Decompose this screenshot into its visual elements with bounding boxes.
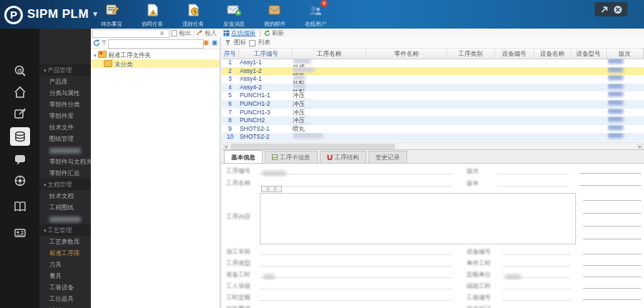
- sidebar-item-drawings[interactable]: 图纸管理: [39, 133, 91, 144]
- tree-refresh-icon[interactable]: [93, 39, 100, 46]
- support-icon[interactable]: [10, 172, 30, 190]
- tab-process-card[interactable]: 工序卡信息: [265, 151, 318, 163]
- chat-icon[interactable]: [10, 150, 30, 169]
- view-list-label[interactable]: 列表: [258, 39, 270, 47]
- checkout-button[interactable]: 检出: [171, 29, 191, 37]
- toolbar-online-users-button[interactable]: 9 在线用户: [297, 3, 334, 27]
- checkin-button[interactable]: 检入: [197, 29, 217, 37]
- sidebar-group-process[interactable]: 工艺管理: [39, 224, 91, 236]
- sidebar-item-redacted-2[interactable]: [39, 213, 91, 224]
- pointer-icon[interactable]: [600, 5, 609, 14]
- sidebar-item-product-library[interactable]: 产品库: [39, 76, 91, 87]
- sidebar-group-product[interactable]: 产品管理: [39, 64, 91, 76]
- database-icon[interactable]: [10, 127, 30, 146]
- table-row[interactable]: 3Assy4-1 装配: [222, 75, 644, 84]
- sidebar-item-part-doc-link[interactable]: 零部件与文档关联: [39, 156, 91, 167]
- tree-caret-icon[interactable]: ▾: [94, 53, 97, 58]
- refresh-button[interactable]: 刷新: [264, 29, 284, 37]
- quick-search-input[interactable]: [92, 29, 170, 38]
- prep-time-field[interactable]: [259, 269, 452, 278]
- col-header-device-model[interactable]: 设备型号: [571, 49, 607, 59]
- sidebar-item-tech-files[interactable]: 技术文件: [39, 121, 91, 133]
- sidebar-item-process-params[interactable]: 工艺参数库: [39, 236, 91, 247]
- version-field[interactable]: [497, 177, 569, 187]
- online-edit-button[interactable]: 在线编辑: [223, 29, 255, 37]
- tab-basic-info[interactable]: 基本信息: [224, 150, 263, 163]
- sidebar-item-part-category[interactable]: 零部件分类: [39, 99, 91, 110]
- toolbar-process-task-button[interactable]: 流程任务: [175, 3, 212, 27]
- library-icon[interactable]: [10, 197, 30, 216]
- sidebar-item-part-library[interactable]: 零部件库: [39, 110, 91, 121]
- sidebar-item-standard-process-library[interactable]: 标准工序库: [39, 247, 91, 259]
- col-header-category[interactable]: 工序类别: [447, 49, 495, 59]
- home-icon[interactable]: [10, 83, 30, 101]
- table-row[interactable]: 7PUNCH1-3 冲压: [222, 109, 644, 117]
- col-header-code[interactable]: 工序编号: [239, 49, 293, 59]
- process-name-field[interactable]: [259, 177, 452, 187]
- table-row[interactable]: 4Assy4-2 装配: [222, 84, 644, 92]
- worker-grade-field[interactable]: [259, 280, 452, 289]
- editor-bold-icon[interactable]: [261, 186, 268, 192]
- toolbar-mailbox-button[interactable]: 我的邮件: [256, 3, 293, 27]
- sidebar-item-tech-docs[interactable]: 技术文档: [39, 190, 91, 202]
- editor-italic-icon[interactable]: [268, 186, 275, 192]
- close-icon[interactable]: [613, 5, 623, 14]
- message-search-icon[interactable]: @: [10, 61, 30, 80]
- scrollbar-thumb[interactable]: [230, 144, 395, 149]
- sidebar-item-gauges[interactable]: 量具: [39, 270, 91, 282]
- search-match-icon[interactable]: ≋: [160, 30, 165, 36]
- scroll-right-arrow[interactable]: ▸: [637, 144, 643, 149]
- expand-all-icon[interactable]: [203, 39, 210, 46]
- table-row-selected[interactable]: 2Assy1-2 组装: [222, 67, 644, 76]
- tooling-code-field[interactable]: [502, 292, 571, 301]
- table-row[interactable]: 8PUNCH2 冲压: [222, 116, 644, 125]
- toolbar-todo-button[interactable]: 待办事宜: [93, 3, 130, 27]
- process-code-field[interactable]: [259, 165, 452, 174]
- compose-icon[interactable]: [10, 104, 30, 123]
- tree-filter-icon[interactable]: [101, 39, 107, 46]
- workshop-field[interactable]: [259, 246, 452, 255]
- col-header-num[interactable]: 序号: [222, 49, 239, 59]
- sidebar-item-station-tools[interactable]: 工位器具: [39, 293, 91, 304]
- inspection-field[interactable]: [259, 303, 452, 308]
- sidebar-item-cutters[interactable]: 刀具: [39, 259, 91, 270]
- col-header-part[interactable]: 零件名称: [366, 49, 447, 59]
- device-code-field[interactable]: [502, 246, 571, 255]
- table-row[interactable]: 1Assy1-1 总成: [222, 59, 644, 67]
- toolbar-collab-task-button[interactable]: 协同任务: [134, 3, 171, 27]
- sidebar-item-class-attributes[interactable]: 分类与属性: [39, 87, 91, 99]
- tab-change-history[interactable]: 变更记录: [369, 151, 407, 163]
- col-header-name[interactable]: 工序名称: [293, 49, 367, 59]
- revision-field[interactable]: [497, 165, 569, 174]
- sidebar-group-document[interactable]: 文档管理: [39, 179, 91, 190]
- col-header-device-name[interactable]: 设备名称: [535, 49, 571, 59]
- tree-root-node[interactable]: ▾标准工序文件夹: [91, 50, 220, 59]
- tree-node-uncategorized[interactable]: 未分类: [91, 59, 220, 68]
- view-list-checkbox[interactable]: [249, 40, 255, 46]
- table-row[interactable]: 6PUNCH1-2 冲压: [222, 100, 644, 109]
- tab-process-structure[interactable]: 工序结构: [320, 151, 366, 163]
- sidebar-item-tooling-equipment[interactable]: 工装设备: [39, 282, 91, 293]
- change-mark-field[interactable]: [502, 303, 571, 308]
- table-row[interactable]: 10SHOTS2-2: [222, 133, 644, 141]
- col-header-device-code[interactable]: 设备编号: [495, 49, 535, 59]
- editor-image-icon[interactable]: [275, 186, 282, 192]
- sidebar-item-auxiliary[interactable]: 辅料: [39, 304, 91, 308]
- process-content-editor[interactable]: [260, 193, 576, 244]
- quota-unit-field[interactable]: [502, 269, 571, 278]
- sidebar-item-part-summary[interactable]: 零部件汇总: [39, 167, 91, 179]
- table-row[interactable]: 9SHOTS2-1 喷丸: [222, 125, 644, 134]
- unit-time-field[interactable]: [502, 257, 571, 267]
- toolbar-send-message-button[interactable]: 发送消息: [215, 3, 253, 27]
- view-icons-label[interactable]: 图标: [234, 39, 246, 47]
- sidebar-item-redacted-1[interactable]: [39, 144, 91, 156]
- idcard-icon[interactable]: [10, 224, 30, 242]
- aux-time-field[interactable]: [502, 280, 571, 289]
- table-row[interactable]: 5PUNCH1-1 冲压: [222, 91, 644, 100]
- process-type-field[interactable]: [259, 257, 452, 267]
- tree-search-input[interactable]: [108, 39, 204, 49]
- time-quota-field[interactable]: [259, 292, 452, 301]
- scroll-left-arrow[interactable]: ◂: [223, 144, 229, 149]
- sidebar-item-eng-drawings[interactable]: 工程图纸: [39, 202, 91, 213]
- collapse-all-icon[interactable]: [211, 39, 218, 46]
